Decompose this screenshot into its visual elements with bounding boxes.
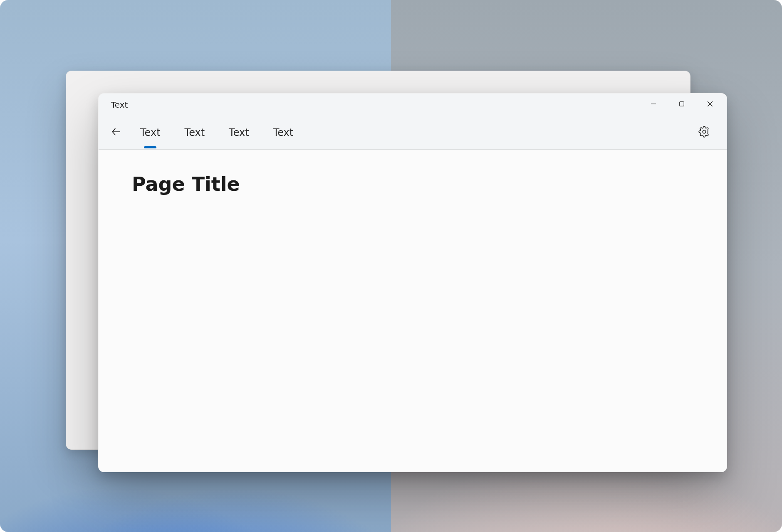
close-button[interactable] [696, 94, 724, 116]
page-title: Page Title [132, 173, 693, 195]
maximize-button[interactable] [668, 94, 696, 116]
maximize-icon [678, 100, 685, 109]
tab-bar: Text Text Text Text [99, 116, 727, 150]
tab-label: Text [229, 127, 249, 138]
page-content: Page Title [99, 150, 727, 472]
minimize-button[interactable] [639, 94, 668, 116]
gear-icon [698, 126, 710, 139]
tab-2[interactable]: Text [223, 116, 255, 149]
tab-0[interactable]: Text [134, 116, 166, 149]
app-window: Text [98, 93, 727, 472]
minimize-icon [650, 100, 657, 109]
tab-label: Text [273, 127, 294, 138]
tabs: Text Text Text Text [134, 116, 299, 149]
close-icon [706, 100, 714, 110]
tab-1[interactable]: Text [179, 116, 211, 149]
tab-label: Text [140, 127, 161, 138]
tab-label: Text [185, 127, 205, 138]
tab-3[interactable]: Text [267, 116, 299, 149]
settings-button[interactable] [694, 123, 714, 143]
svg-point-5 [703, 130, 705, 133]
window-title: Text [99, 100, 128, 110]
arrow-left-icon [111, 126, 121, 139]
svg-rect-1 [680, 102, 684, 106]
back-button[interactable] [106, 123, 126, 143]
titlebar[interactable]: Text [99, 94, 727, 116]
